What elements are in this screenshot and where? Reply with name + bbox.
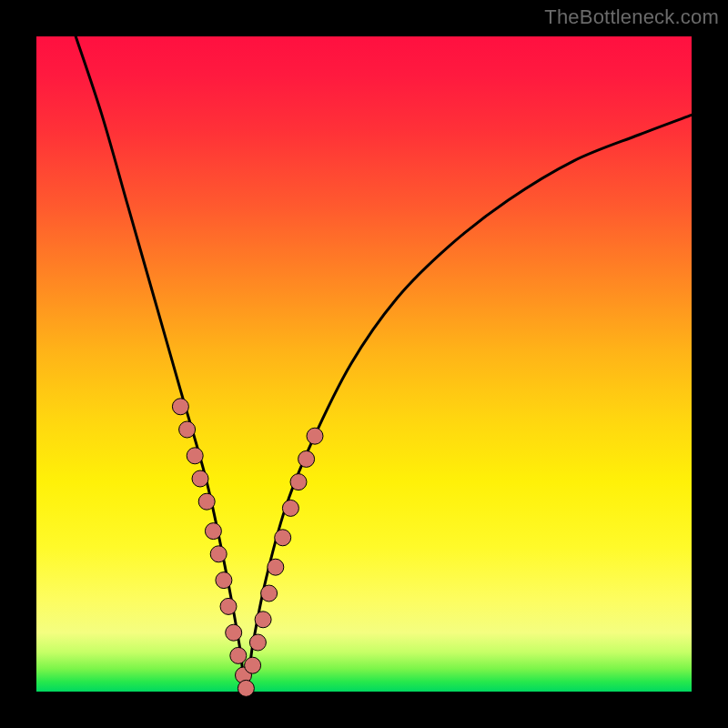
chart-stage: TheBottleneck.com: [0, 0, 728, 728]
data-point: [198, 493, 215, 510]
data-point: [298, 450, 315, 467]
plot-area: [36, 36, 692, 692]
data-point: [290, 474, 307, 490]
chart-overlay: [36, 36, 692, 692]
watermark-text: TheBottleneck.com: [544, 5, 719, 29]
data-point: [187, 448, 203, 464]
data-point: [238, 680, 254, 696]
data-point: [255, 612, 271, 628]
data-point: [249, 634, 266, 651]
data-point: [172, 399, 188, 415]
data-point: [216, 572, 232, 589]
data-point: [268, 559, 284, 575]
data-point: [205, 523, 221, 540]
bottleneck-curve: [76, 36, 692, 692]
data-point: [230, 647, 247, 663]
data-point: [179, 421, 196, 438]
curve-dots-left: [172, 399, 254, 697]
data-point: [307, 428, 323, 444]
data-point: [192, 470, 208, 487]
data-point: [245, 657, 261, 673]
data-point: [220, 598, 237, 614]
curve-dots-right: [245, 428, 323, 673]
data-point: [282, 500, 298, 516]
data-point: [210, 546, 227, 562]
data-point: [275, 530, 291, 546]
data-point: [261, 585, 278, 602]
data-point: [226, 624, 242, 641]
